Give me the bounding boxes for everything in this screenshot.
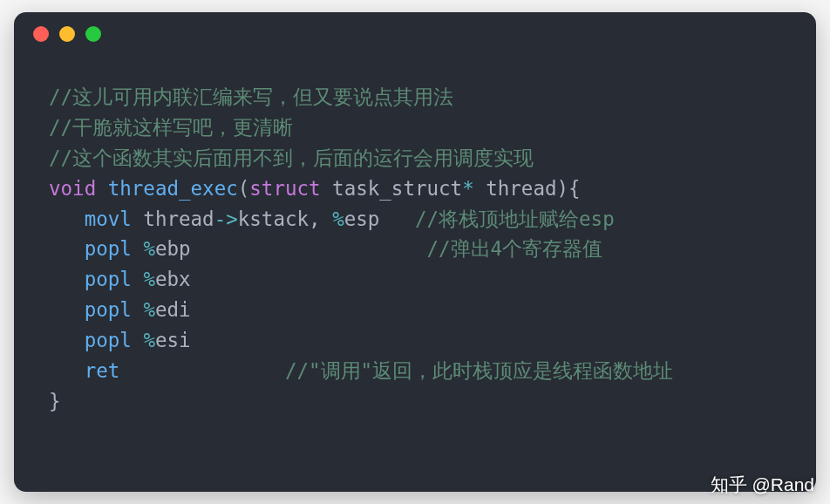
expr: kstack [238,208,309,230]
minimize-icon[interactable] [59,26,75,42]
percent: % [143,329,155,351]
indent [49,329,85,351]
indent [49,298,85,321]
code-window: //这儿可用内联汇编来写，但又要说点其用法 //干脆就这样写吧，更清晰 //这个… [14,12,816,492]
paren-brace: ){ [557,177,581,200]
percent: % [143,268,155,290]
comment-line: //干脆就这样写吧，更清晰 [49,116,293,139]
keyword-void: void [49,177,96,200]
comment-line: //这个函数其实后面用不到，后面的运行会用调度实现 [49,146,534,169]
comma: , [309,208,332,230]
reg-edi: edi [155,298,191,321]
sp [132,268,144,290]
instr-ret: ret [85,359,120,382]
gap [191,237,427,260]
zoom-icon[interactable] [85,26,101,42]
instr-movl: movl [85,208,132,230]
close-icon[interactable] [33,26,49,42]
watermark: 知乎 @Rand [711,473,814,497]
percent: % [143,237,155,260]
gap [119,359,285,382]
indent [49,208,85,230]
indent [49,237,85,260]
param-name: thread [474,177,557,200]
comment-inline: //"调用"返回，此时栈顶应是线程函数地址 [285,359,673,382]
instr-popl: popl [85,268,132,290]
percent: % [143,298,155,321]
reg-esi: esi [155,329,191,351]
comment-inline: //弹出4个寄存器值 [427,237,603,260]
function-name: thread_exec [108,177,238,200]
indent [49,359,85,382]
arrow-op: -> [214,208,238,230]
reg-ebp: ebp [155,237,191,260]
percent: % [332,208,344,230]
instr-popl: popl [85,329,132,351]
star-op: * [462,177,474,200]
brace-close: } [49,390,61,412]
code-block: //这儿可用内联汇编来写，但又要说点其用法 //干脆就这样写吧，更清晰 //这个… [14,56,816,434]
sp [132,329,144,351]
paren: ( [238,177,250,200]
sp [132,298,144,321]
keyword-struct: struct [249,177,320,200]
comment-line: //这儿可用内联汇编来写，但又要说点其用法 [49,85,453,108]
indent [49,268,85,290]
reg-ebx: ebx [155,268,191,290]
expr: thread [132,208,214,230]
reg-esp: esp [344,208,380,230]
instr-popl: popl [85,237,132,260]
sp [132,237,144,260]
comment-inline: //将栈顶地址赋给esp [415,208,615,230]
gap [379,208,415,230]
window-titlebar [14,12,816,56]
type-name: task_struct [321,177,463,200]
instr-popl: popl [85,298,132,321]
